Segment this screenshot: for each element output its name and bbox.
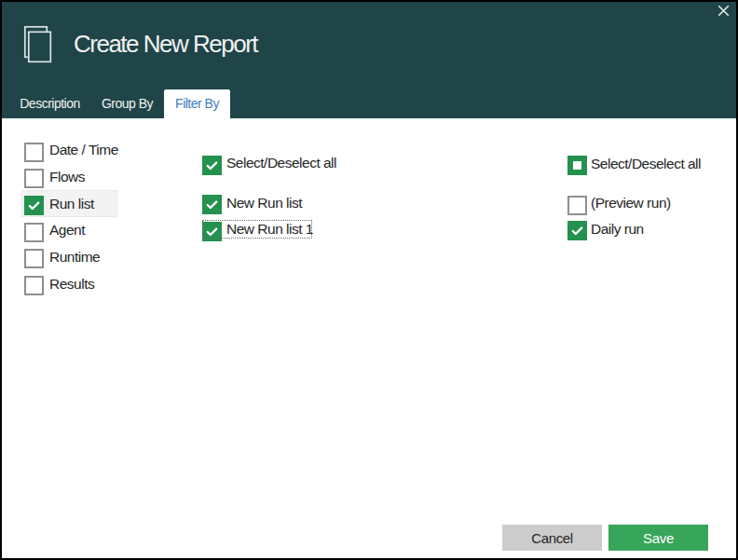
filter-date-time[interactable]: Date / Time	[24, 139, 118, 165]
dialog-title: Create New Report	[74, 31, 257, 57]
save-button[interactable]: Save	[608, 525, 708, 552]
runtype-preview-run[interactable]: (Preview run)	[567, 192, 671, 218]
runtype-select-all[interactable]: Select/Deselect all	[567, 153, 701, 179]
tab-filter-by[interactable]: Filter By	[164, 89, 230, 118]
report-icon	[23, 25, 52, 63]
cancel-button[interactable]: Cancel	[502, 525, 602, 552]
dialog-header: Create New Report Description Group By F…	[0, 0, 738, 118]
filter-results[interactable]: Results	[24, 273, 94, 299]
create-new-report-dialog: Create New Report Description Group By F…	[0, 0, 738, 560]
filter-flows[interactable]: Flows	[24, 166, 85, 192]
close-button[interactable]	[716, 3, 731, 19]
tab-strip: Description Group By Filter By	[9, 89, 230, 118]
filter-runtime[interactable]: Runtime	[24, 246, 100, 272]
runtype-daily-run[interactable]: Daily run	[567, 218, 644, 244]
filter-agent[interactable]: Agent	[24, 219, 85, 245]
runlist-select-all[interactable]: Select/Deselect all	[202, 152, 336, 178]
runlist-new-run-list[interactable]: New Run list	[202, 192, 302, 218]
focus-outline	[202, 220, 312, 239]
tab-group-by[interactable]: Group By	[90, 89, 164, 118]
tab-description[interactable]: Description	[9, 89, 90, 118]
filter-run-list[interactable]: Run list	[24, 193, 94, 219]
